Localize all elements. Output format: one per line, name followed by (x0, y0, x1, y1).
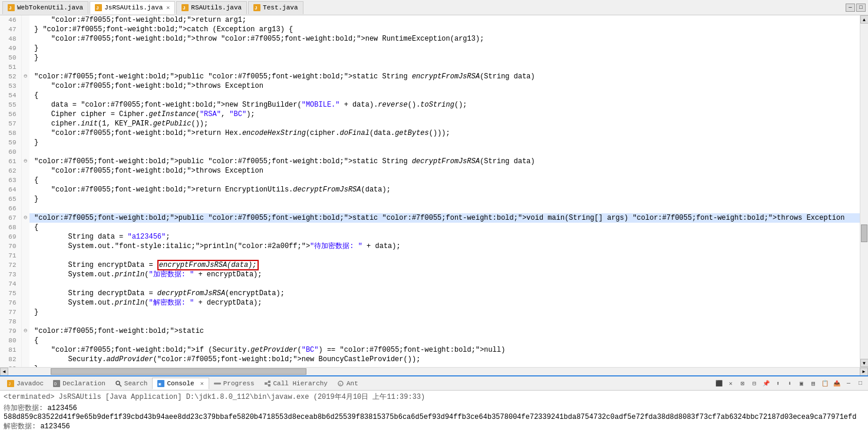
tab-ant[interactable]: A Ant (332, 378, 363, 389)
h-scroll-track[interactable] (8, 368, 860, 375)
tab-test[interactable]: J Test.java (248, 1, 303, 14)
line-marker (21, 204, 29, 213)
console-nav-up[interactable]: ⬆ (773, 378, 783, 389)
line-marker (21, 176, 29, 185)
line-number: 82 (0, 355, 21, 364)
code-line-60: 60 (0, 147, 860, 157)
console-terminated-line: <terminated> JsRSAUtils [Java Applicatio… (4, 392, 864, 402)
code-text: "color:#7f0055;font-weight:bold;">throws… (29, 166, 860, 176)
scroll-down-arrow[interactable]: ▼ (860, 359, 869, 367)
line-marker (21, 279, 29, 289)
line-marker (21, 110, 29, 119)
code-text: "color:#7f0055;font-weight:bold;">return… (29, 15, 860, 25)
line-marker (21, 147, 29, 157)
code-text: "color:#7f0055;font-weight:bold;">throw … (29, 34, 860, 44)
h-scroll-thumb[interactable] (51, 368, 306, 375)
svg-text:J: J (8, 382, 11, 386)
line-number: 83 (0, 364, 21, 367)
maximize-editor-button[interactable]: □ (856, 4, 866, 12)
code-text: } (29, 44, 860, 53)
console-toolbar: ⬛ ✕ ⊠ ⊟ 📌 ⬆ ⬇ ▣ ▤ 📋 📤 — □ (714, 378, 866, 389)
console-terminate-button[interactable]: ⊠ (737, 378, 748, 389)
line-marker (21, 223, 29, 232)
code-line-52: 52⊖"color:#7f0055;font-weight:bold;">pub… (0, 72, 860, 81)
minimize-bottom-button[interactable]: — (843, 378, 854, 389)
scroll-thumb[interactable] (861, 224, 867, 242)
declaration-icon: D (53, 380, 60, 387)
maximize-bottom-button[interactable]: □ (855, 378, 866, 389)
line-marker[interactable]: ⊖ (21, 326, 29, 336)
code-text (29, 62, 860, 72)
code-line-63: 63{ (0, 176, 860, 185)
line-marker[interactable]: ⊖ (21, 72, 29, 81)
line-marker (21, 91, 29, 100)
line-marker (21, 232, 29, 242)
java-file-icon: J (8, 4, 15, 11)
console-disconnect-button[interactable]: ⊟ (749, 378, 760, 389)
console-icon: ▣ (157, 380, 164, 387)
svg-text:D: D (54, 382, 57, 386)
code-line-59: 59} (0, 138, 860, 147)
tab-search[interactable]: Search (110, 378, 153, 389)
line-marker (21, 34, 29, 44)
line-number: 51 (0, 62, 21, 72)
code-line-50: 50} (0, 53, 860, 62)
code-line-75: 75 String decryptData = decryptFromJsRSA… (0, 289, 860, 298)
console-pin-button[interactable]: 📌 (761, 378, 771, 389)
line-number: 77 (0, 308, 21, 317)
tab-call-hierarchy[interactable]: Call Hierarchy (259, 378, 332, 389)
line-marker (21, 242, 29, 251)
code-text (29, 204, 860, 213)
line-number: 72 (0, 260, 21, 270)
scroll-track[interactable] (860, 24, 868, 359)
console-open-console[interactable]: ▣ (796, 378, 807, 389)
code-text (29, 317, 860, 326)
line-number: 63 (0, 176, 21, 185)
code-line-53: 53 "color:#7f0055;font-weight:bold;">thr… (0, 81, 860, 91)
code-text: } "color:#7f0055;font-weight:bold;">catc… (29, 25, 860, 34)
line-number: 48 (0, 34, 21, 44)
line-number: 66 (0, 204, 21, 213)
console-new-console[interactable]: ▤ (808, 378, 819, 389)
console-nav-down[interactable]: ⬇ (784, 378, 795, 389)
code-line-49: 49} (0, 44, 860, 53)
code-text: String encryptData = encryptFromJsRSA(da… (29, 260, 860, 270)
tab-javadoc[interactable]: J Javadoc (2, 378, 48, 389)
tab-declaration[interactable]: D Declaration (48, 378, 110, 389)
call-hierarchy-icon (264, 380, 271, 387)
tab-rsautils[interactable]: J RSAUtils.java (176, 1, 247, 14)
h-scroll-left[interactable]: ◀ (0, 368, 8, 376)
tab-webtokenutil[interactable]: J WebTokenUtil.java (2, 1, 88, 14)
line-number: 61 (0, 157, 21, 166)
code-text: "color:#7f0055;font-weight:bold;">if (Se… (29, 345, 860, 355)
console-paste-button[interactable]: 📤 (831, 378, 842, 389)
line-marker (21, 289, 29, 298)
minimize-editor-button[interactable]: — (846, 4, 855, 12)
h-scroll-right[interactable]: ▶ (860, 368, 868, 376)
tab-label-jsrsautils: JsRSAUtils.java (104, 4, 163, 11)
line-number: 50 (0, 53, 21, 62)
line-number: 46 (0, 15, 21, 25)
code-text (29, 279, 860, 289)
line-marker[interactable]: ⊖ (21, 157, 29, 166)
line-number: 80 (0, 336, 21, 345)
console-stop-button[interactable]: ✕ (725, 378, 736, 389)
tab-progress[interactable]: Progress (209, 378, 259, 389)
scroll-up-arrow[interactable]: ▲ (860, 15, 869, 24)
line-marker[interactable]: ⊖ (21, 213, 29, 223)
vertical-scrollbar[interactable]: ▲ ▼ (860, 15, 868, 367)
console-tab-close[interactable]: ✕ (200, 380, 204, 387)
tab-jsrsautils[interactable]: J JsRSAUtils.java ✕ (90, 1, 175, 14)
bottom-tab-bar: J Javadoc D Declaration Search ▣ (0, 376, 868, 391)
code-scroll-area[interactable]: 46 "color:#7f0055;font-weight:bold;">ret… (0, 15, 860, 367)
svg-text:J: J (96, 5, 99, 11)
tab-console[interactable]: ▣ Console ✕ (152, 378, 209, 389)
tab-close-jsrsautils[interactable]: ✕ (166, 4, 170, 11)
code-text: "color:#7f0055;font-weight:bold;">public… (29, 157, 860, 166)
console-clear-button[interactable]: ⬛ (714, 378, 724, 389)
code-line-62: 62 "color:#7f0055;font-weight:bold;">thr… (0, 166, 860, 176)
console-copy-button[interactable]: 📋 (820, 378, 830, 389)
line-number: 73 (0, 270, 21, 279)
code-text: "color:#7f0055;font-weight:bold;">public… (29, 72, 860, 81)
horizontal-scrollbar[interactable]: ◀ ▶ (0, 367, 868, 375)
